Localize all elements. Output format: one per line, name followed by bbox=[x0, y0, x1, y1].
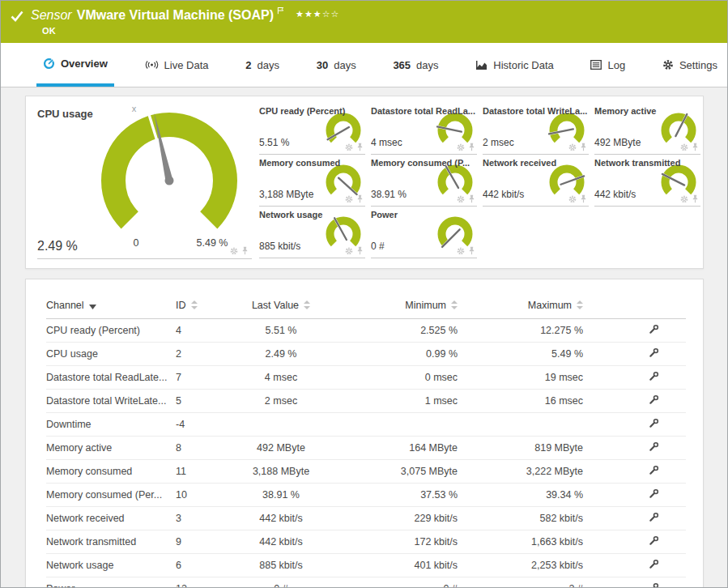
gauge-value: 885 kbit/s bbox=[259, 241, 300, 252]
tab-historic-data[interactable]: Historic Data bbox=[469, 43, 560, 87]
tab-30-days[interactable]: 30days bbox=[310, 43, 363, 87]
gauge-max-label: 5.49 % bbox=[191, 237, 233, 249]
edit-channel-wrench-icon[interactable] bbox=[649, 441, 659, 452]
cell-maximum: 39.34 % bbox=[458, 484, 583, 507]
gauges-panel: CPU usage x̄ 0 5.49 % 2.49 % CPU ready (… bbox=[25, 96, 704, 269]
table-row-memory-consumed: Memory consumed113,188 MByte3,075 MByte3… bbox=[46, 460, 686, 484]
cell-last-value: 885 kbit/s bbox=[224, 554, 338, 577]
gauge-title: Memory consumed (P... bbox=[371, 158, 477, 168]
priority-star[interactable]: ★ bbox=[296, 9, 304, 19]
tab-label: Log bbox=[607, 59, 625, 71]
edit-channel-wrench-icon[interactable] bbox=[649, 394, 659, 405]
column-header-id[interactable]: ID bbox=[176, 292, 224, 319]
cell-id: 6 bbox=[176, 554, 224, 577]
priority-star[interactable]: ★ bbox=[304, 9, 313, 19]
priority-star[interactable]: ★ bbox=[313, 9, 322, 19]
cell-maximum: 12.275 % bbox=[458, 319, 583, 343]
live-icon bbox=[145, 60, 159, 70]
gauge-tile-cpu-ready-percent[interactable]: CPU ready (Percent)5.51 % bbox=[259, 104, 365, 155]
cell-maximum: 5.49 % bbox=[458, 343, 583, 366]
log-icon bbox=[590, 60, 602, 70]
cell-channel: CPU ready (Percent) bbox=[46, 319, 176, 343]
edit-channel-wrench-icon[interactable] bbox=[649, 465, 659, 475]
priority-star[interactable]: ☆ bbox=[331, 9, 340, 19]
tab-label: Overview bbox=[61, 58, 108, 70]
tab-overview[interactable]: Overview bbox=[36, 43, 114, 87]
column-label: Minimum bbox=[405, 300, 446, 311]
cell-channel: Network transmitted bbox=[46, 530, 176, 554]
table-row-cpu-usage: CPU usage22.49 %0.99 %5.49 % bbox=[46, 343, 686, 366]
cell-last-value: 5.51 % bbox=[224, 319, 338, 343]
cell-last-value: 2 msec bbox=[224, 390, 338, 413]
column-label: ID bbox=[176, 300, 186, 311]
sort-toggle-icon bbox=[451, 300, 458, 309]
column-header-minimum[interactable]: Minimum bbox=[338, 292, 458, 319]
tab-365-days[interactable]: 365days bbox=[386, 43, 445, 87]
cell-id: 3 bbox=[176, 507, 224, 530]
edit-channel-wrench-icon[interactable] bbox=[649, 371, 659, 381]
cell-channel: Datastore total WriteLate... bbox=[46, 390, 176, 413]
edit-channel-wrench-icon[interactable] bbox=[649, 535, 659, 546]
cell-last-value: 0 # bbox=[224, 577, 338, 588]
column-header-maximum[interactable]: Maximum bbox=[458, 292, 583, 319]
cell-id: 7 bbox=[176, 366, 224, 390]
edit-channel-wrench-icon[interactable] bbox=[649, 559, 659, 569]
gauge-title: Datastore total WriteLa... bbox=[483, 106, 589, 116]
cell-minimum: 172 kbit/s bbox=[338, 530, 458, 554]
edit-channel-wrench-icon[interactable] bbox=[649, 347, 659, 358]
tab-settings[interactable]: Settings bbox=[656, 43, 724, 87]
gauge-tile-network-received[interactable]: Network received442 kbit/s bbox=[483, 156, 589, 207]
table-row-power: Power120 #0 #2 # bbox=[46, 577, 686, 588]
priority-stars[interactable]: ★★★☆☆ bbox=[296, 8, 339, 19]
gauge-value: 442 kbit/s bbox=[594, 189, 636, 200]
edit-channel-wrench-icon[interactable] bbox=[649, 418, 659, 428]
tab-label: Live Data bbox=[164, 59, 209, 71]
edit-channel-wrench-icon[interactable] bbox=[649, 582, 659, 588]
gauge-tile-datastore-total-readla[interactable]: Datastore total ReadLa...4 msec bbox=[371, 104, 477, 155]
sort-toggle-icon bbox=[191, 300, 198, 309]
cell-id: 9 bbox=[176, 530, 224, 554]
gear-icon bbox=[662, 59, 674, 70]
cell-maximum: 2 # bbox=[458, 577, 583, 588]
channels-table: ChannelIDLast ValueMinimumMaximum CPU re… bbox=[46, 292, 686, 588]
gauge-value: 38.91 % bbox=[371, 189, 407, 200]
tab-live-data[interactable]: Live Data bbox=[138, 43, 215, 87]
gauge-tile-datastore-total-writela[interactable]: Datastore total WriteLa...2 msec bbox=[483, 104, 589, 155]
table-row-memory-consumed-per: Memory consumed (Per...1038.91 %37.53 %3… bbox=[46, 484, 686, 507]
cell-minimum: 164 MByte bbox=[338, 437, 458, 460]
gauge-tile-power[interactable]: Power0 # bbox=[371, 208, 477, 258]
gauge-tile-network-transmitted[interactable]: Network transmitted442 kbit/s bbox=[594, 156, 700, 207]
cell-id: 8 bbox=[176, 437, 224, 460]
cell-id: 10 bbox=[176, 484, 224, 507]
sensor-kind-label: Sensor bbox=[31, 8, 72, 23]
cell-minimum: 229 kbit/s bbox=[338, 507, 458, 530]
gauge-tile-cpu-usage[interactable]: CPU usage x̄ 0 5.49 % 2.49 % bbox=[37, 104, 252, 259]
cell-minimum: 0 # bbox=[338, 577, 458, 588]
edit-channel-wrench-icon[interactable] bbox=[649, 488, 659, 499]
content-area: CPU usage x̄ 0 5.49 % 2.49 % CPU ready (… bbox=[1, 87, 727, 588]
cell-maximum: 19 msec bbox=[458, 366, 583, 390]
tab-2-days[interactable]: 2days bbox=[239, 43, 286, 87]
gauge-tile-memory-consumed[interactable]: Memory consumed3,188 MByte bbox=[259, 156, 365, 207]
gauge-tile-memory-consumed-p[interactable]: Memory consumed (P...38.91 % bbox=[371, 156, 477, 207]
gear-icon[interactable] bbox=[230, 247, 238, 255]
gauge-tile-network-usage[interactable]: Network usage885 kbit/s bbox=[259, 208, 365, 258]
cell-last-value: 3,188 MByte bbox=[224, 460, 338, 484]
cell-last-value: 2.49 % bbox=[224, 343, 338, 366]
tab-number: 2 bbox=[245, 59, 251, 71]
status-badge: OK bbox=[42, 26, 339, 36]
column-header-channel[interactable]: Channel bbox=[46, 292, 176, 319]
gauge-tile-memory-active[interactable]: Memory active492 MByte bbox=[594, 104, 700, 155]
gauge-value: 492 MByte bbox=[594, 137, 641, 148]
chart-icon bbox=[475, 60, 487, 70]
gauge-value: 2 msec bbox=[483, 137, 514, 148]
tab-log[interactable]: Log bbox=[584, 43, 632, 87]
pin-icon[interactable] bbox=[241, 246, 249, 255]
priority-star[interactable]: ☆ bbox=[322, 9, 331, 19]
edit-channel-wrench-icon[interactable] bbox=[649, 324, 659, 334]
gauge-value: 442 kbit/s bbox=[483, 189, 524, 200]
gauge-title: Memory consumed bbox=[259, 158, 365, 168]
edit-channel-wrench-icon[interactable] bbox=[649, 512, 659, 522]
column-header-last-value[interactable]: Last Value bbox=[224, 292, 338, 319]
table-row-cpu-ready-percent: CPU ready (Percent)45.51 %2.525 %12.275 … bbox=[46, 319, 686, 343]
